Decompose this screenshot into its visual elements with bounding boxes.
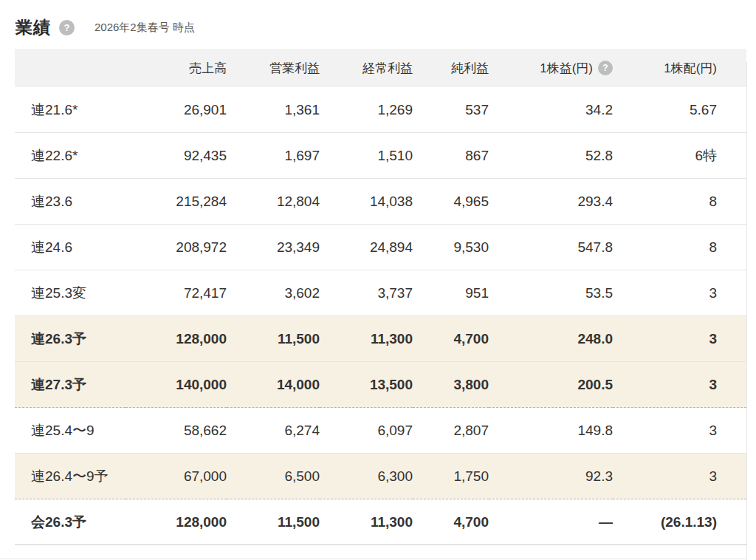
cell-value: 200.5 (489, 362, 613, 408)
cell-value: 3,602 (227, 270, 320, 316)
table-row: 連26.3予128,00011,50011,3004,700248.03 (15, 316, 746, 362)
cell-value: 149.8 (489, 408, 613, 454)
performance-section: 業績 ? 2026年2集春号 時点 売上高 営業利益 経常利益 純利益 1株益(… (0, 0, 756, 560)
column-header-net-profit: 純利益 (413, 49, 489, 87)
cell-value: 248.0 (489, 316, 613, 362)
cell-value: 3 (613, 362, 746, 408)
cell-value: 11,500 (227, 316, 320, 362)
cell-value: 11,500 (227, 499, 320, 545)
column-header-eps-label: 1株益(円) (540, 60, 593, 77)
edition-note: 2026年2集春号 時点 (94, 21, 195, 35)
page-title: 業績 (16, 16, 51, 39)
cell-value: 6,500 (227, 454, 320, 499)
cell-value: 52.8 (489, 133, 613, 179)
cell-value: 6,274 (227, 408, 320, 454)
performance-table: 売上高 営業利益 経常利益 純利益 1株益(円) ? 1株配(円) 連21.6*… (15, 49, 746, 545)
table-row: 連26.4〜9予67,0006,5006,3001,75092.33 (15, 454, 746, 499)
card-bottom-border (0, 559, 746, 559)
cell-value: 14,038 (320, 179, 413, 225)
eps-help-icon[interactable]: ? (598, 61, 613, 75)
cell-value: 3,737 (320, 270, 413, 316)
cell-value: 11,300 (320, 499, 413, 545)
cell-value: 128,000 (126, 499, 227, 545)
cell-value: 92,435 (126, 133, 227, 179)
section-header: 業績 ? 2026年2集春号 時点 (0, 0, 756, 42)
cell-value: 293.4 (489, 179, 613, 225)
cell-value: 1,361 (227, 87, 320, 133)
cell-value: 92.3 (489, 454, 613, 499)
cell-value: 8 (613, 179, 746, 225)
row-label: 連27.3予 (15, 362, 126, 408)
row-label: 連26.4〜9予 (15, 454, 126, 499)
cell-value: 1,269 (320, 87, 413, 133)
cell-value: 3,800 (413, 362, 489, 408)
cell-value: 53.5 (489, 270, 613, 316)
row-label: 連25.4〜9 (15, 408, 126, 454)
cell-value: 67,000 (126, 454, 227, 499)
cell-value: 26,901 (126, 87, 227, 133)
table-body: 連21.6*26,9011,3611,26953734.25.67連22.6*9… (15, 87, 746, 545)
table-header-row: 売上高 営業利益 経常利益 純利益 1株益(円) ? 1株配(円) (15, 49, 746, 87)
title-help-icon[interactable]: ? (59, 20, 75, 35)
cell-value: 128,000 (126, 316, 227, 362)
table-row: 連25.3変72,4173,6023,73795153.53 (15, 270, 746, 316)
cell-value: 8 (613, 225, 746, 270)
table-row: 連27.3予140,00014,00013,5003,800200.53 (15, 362, 746, 408)
cell-value: 14,000 (227, 362, 320, 408)
row-label: 連23.6 (15, 179, 126, 225)
cell-value: 4,700 (413, 316, 489, 362)
cell-value: 3 (613, 454, 746, 499)
table-row: 連25.4〜958,6626,2746,0972,807149.83 (15, 408, 746, 454)
cell-value: 140,000 (126, 362, 227, 408)
cell-value: 11,300 (320, 316, 413, 362)
column-header-operating-profit: 営業利益 (227, 49, 320, 87)
cell-value: 5.67 (613, 87, 746, 133)
cell-value: — (489, 499, 613, 545)
row-label: 連22.6* (15, 133, 126, 179)
table-row: 連21.6*26,9011,3611,26953734.25.67 (15, 87, 746, 133)
column-header-blank (15, 49, 126, 87)
card-right-border (746, 62, 747, 560)
cell-value: 4,700 (413, 499, 489, 545)
table-row: 連22.6*92,4351,6971,51086752.86特 (15, 133, 746, 179)
row-label: 連26.3予 (15, 316, 126, 362)
cell-value: 34.2 (489, 87, 613, 133)
cell-value: 537 (413, 87, 489, 133)
cell-value: 6特 (613, 133, 746, 179)
table-row: 会26.3予128,00011,50011,3004,700—(26.1.13) (15, 499, 746, 545)
cell-value: 4,965 (413, 179, 489, 225)
table-row: 連24.6208,97223,34924,8949,530547.88 (15, 225, 746, 270)
cell-value: 951 (413, 270, 489, 316)
cell-value: 6,097 (320, 408, 413, 454)
cell-value: 3 (613, 270, 746, 316)
cell-value: 215,284 (126, 179, 227, 225)
column-header-ordinary-profit: 経常利益 (320, 49, 413, 87)
cell-value: 1,750 (413, 454, 489, 499)
cell-value: 1,510 (320, 133, 413, 179)
cell-value: 867 (413, 133, 489, 179)
table-row: 連23.6215,28412,80414,0384,965293.48 (15, 179, 746, 225)
cell-value: 13,500 (320, 362, 413, 408)
column-header-sales: 売上高 (126, 49, 227, 87)
cell-value: 72,417 (126, 270, 227, 316)
cell-value: 6,300 (320, 454, 413, 499)
column-header-eps: 1株益(円) ? (489, 49, 613, 87)
cell-value: 12,804 (227, 179, 320, 225)
row-label: 連24.6 (15, 225, 126, 270)
row-label: 連25.3変 (15, 270, 126, 316)
column-header-dividend: 1株配(円) (613, 49, 746, 87)
cell-value: 3 (613, 316, 746, 362)
cell-value: 58,662 (126, 408, 227, 454)
cell-value: (26.1.13) (613, 499, 746, 545)
cell-value: 3 (613, 408, 746, 454)
row-label: 会26.3予 (15, 499, 126, 545)
cell-value: 9,530 (413, 225, 489, 270)
cell-value: 1,697 (227, 133, 320, 179)
table-header: 売上高 営業利益 経常利益 純利益 1株益(円) ? 1株配(円) (15, 49, 746, 87)
cell-value: 208,972 (126, 225, 227, 270)
cell-value: 547.8 (489, 225, 613, 270)
cell-value: 24,894 (320, 225, 413, 270)
cell-value: 23,349 (227, 225, 320, 270)
cell-value: 2,807 (413, 408, 489, 454)
row-label: 連21.6* (15, 87, 126, 133)
